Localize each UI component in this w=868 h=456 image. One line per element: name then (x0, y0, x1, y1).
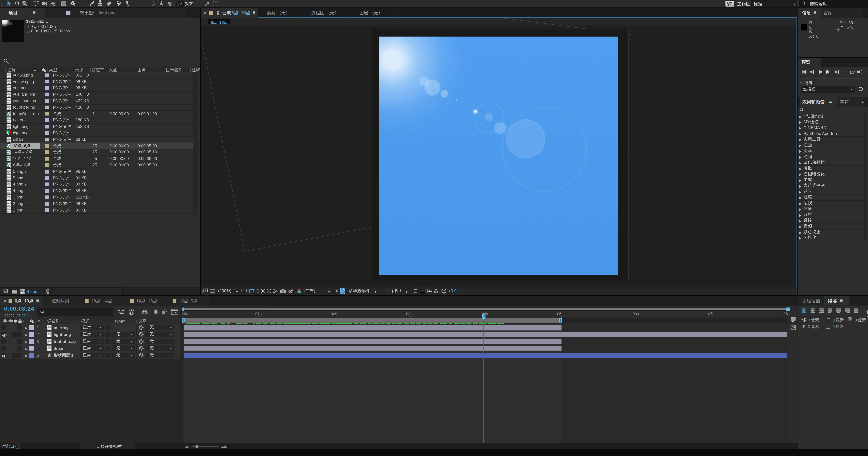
svg-text:PNG: PNG (47, 343, 50, 344)
svg-text:PNG: PNG (47, 350, 50, 351)
svg-text:PNG: PNG (7, 211, 9, 213)
svg-text:PNG: PNG (7, 108, 9, 110)
svg-text:PNG: PNG (47, 335, 50, 337)
svg-text:PNG: PNG (7, 121, 9, 123)
svg-text:PNG: PNG (7, 192, 9, 193)
svg-text:PNG: PNG (7, 96, 9, 97)
svg-text:PNG: PNG (7, 76, 9, 78)
svg-text:PNG: PNG (7, 102, 9, 103)
svg-text:PNG: PNG (47, 329, 50, 330)
svg-text:PNG: PNG (7, 83, 9, 84)
svg-text:PNG: PNG (7, 186, 9, 187)
svg-text:PNG: PNG (7, 198, 9, 200)
svg-text:PNG: PNG (7, 89, 9, 91)
svg-text:PNG: PNG (7, 140, 9, 142)
svg-text:PNG: PNG (7, 205, 9, 206)
svg-text:PNG: PNG (7, 173, 9, 174)
svg-text:PNG: PNG (7, 128, 9, 129)
svg-text:PNG: PNG (7, 179, 9, 181)
